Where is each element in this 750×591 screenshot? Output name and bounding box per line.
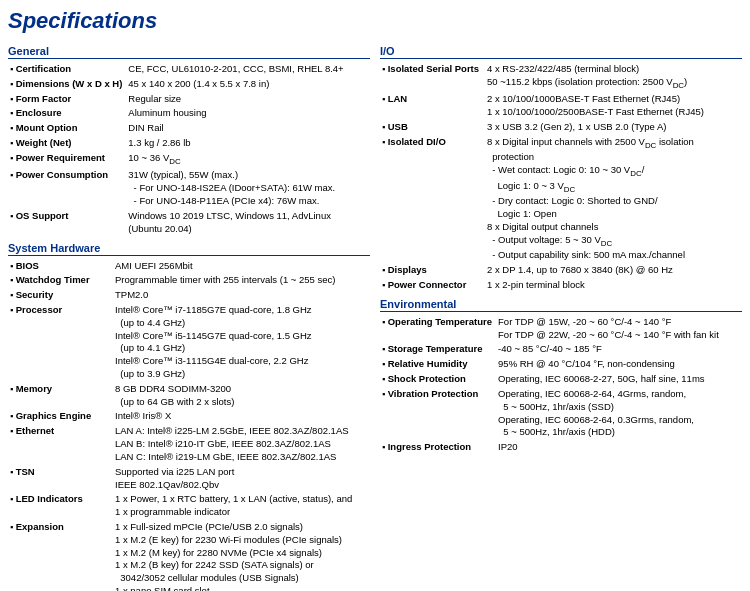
- table-row: Storage Temperature -40 ~ 85 °C/-40 ~ 18…: [380, 342, 742, 357]
- gpu-value: Intel® Iris® X: [113, 409, 370, 424]
- pwr-conn-label: Power Connector: [380, 278, 485, 293]
- vib-label: Vibration Protection: [380, 387, 496, 440]
- table-row: Expansion 1 x Full-sized mPCIe (PCIe/USB…: [8, 520, 370, 591]
- table-row: Processor Intel® Core™ i7-1185G7E quad-c…: [8, 303, 370, 382]
- dim-label: Dimensions (W x D x H): [8, 77, 126, 92]
- table-row: LAN 2 x 10/100/1000BASE-T Fast Ethernet …: [380, 92, 742, 120]
- ingress-value: IP20: [496, 440, 742, 455]
- section-io: I/O: [380, 45, 742, 59]
- pwr-req-value: 10 ~ 36 VDC: [126, 151, 370, 169]
- displays-label: Displays: [380, 263, 485, 278]
- dio-label: Isolated DI/O: [380, 135, 485, 263]
- op-temp-label: Operating Temperature: [380, 315, 496, 343]
- tsn-value: Supported via i225 LAN port IEEE 802.1Qa…: [113, 465, 370, 493]
- proc-value: Intel® Core™ i7-1185G7E quad-core, 1.8 G…: [113, 303, 370, 382]
- table-row: Power Connector 1 x 2-pin terminal block: [380, 278, 742, 293]
- table-row: Memory 8 GB DDR4 SODIMM-3200 (up to 64 G…: [8, 382, 370, 410]
- exp-label: Expansion: [8, 520, 113, 591]
- vib-value: Operating, IEC 60068-2-64, 4Grms, random…: [496, 387, 742, 440]
- table-row: Weight (Net) 1.3 kg / 2.86 lb: [8, 136, 370, 151]
- page: Specifications General Certification CE,…: [0, 0, 750, 591]
- left-column: General Certification CE, FCC, UL61010-2…: [8, 40, 370, 591]
- led-label: LED Indicators: [8, 492, 113, 520]
- table-row: Watchdog Timer Programmable timer with 2…: [8, 273, 370, 288]
- table-row: Isolated Serial Ports 4 x RS-232/422/485…: [380, 62, 742, 92]
- displays-value: 2 x DP 1.4, up to 7680 x 3840 (8K) @ 60 …: [485, 263, 742, 278]
- shock-label: Shock Protection: [380, 372, 496, 387]
- ff-label: Form Factor: [8, 92, 126, 107]
- section-environmental: Environmental: [380, 298, 742, 312]
- dio-value: 8 x Digital input channels with 2500 VDC…: [485, 135, 742, 263]
- table-row: Shock Protection Operating, IEC 60068-2-…: [380, 372, 742, 387]
- pwr-con-label: Power Consumption: [8, 168, 126, 208]
- table-row: OS Support Windows 10 2019 LTSC, Windows…: [8, 209, 370, 237]
- humidity-label: Relative Humidity: [380, 357, 496, 372]
- exp-value: 1 x Full-sized mPCIe (PCIe/USB 2.0 signa…: [113, 520, 370, 591]
- right-column: I/O Isolated Serial Ports 4 x RS-232/422…: [380, 40, 742, 591]
- proc-label: Processor: [8, 303, 113, 382]
- section-general: General: [8, 45, 370, 59]
- table-row: Graphics Engine Intel® Iris® X: [8, 409, 370, 424]
- bios-value: AMI UEFI 256Mbit: [113, 259, 370, 274]
- mount-value: DIN Rail: [126, 121, 370, 136]
- table-row: USB 3 x USB 3.2 (Gen 2), 1 x USB 2.0 (Ty…: [380, 120, 742, 135]
- usb-label: USB: [380, 120, 485, 135]
- table-row: Displays 2 x DP 1.4, up to 7680 x 3840 (…: [380, 263, 742, 278]
- general-table: Certification CE, FCC, UL61010-2-201, CC…: [8, 62, 370, 237]
- io-table: Isolated Serial Ports 4 x RS-232/422/485…: [380, 62, 742, 293]
- enc-label: Enclosure: [8, 106, 126, 121]
- table-row: Ingress Protection IP20: [380, 440, 742, 455]
- usb-value: 3 x USB 3.2 (Gen 2), 1 x USB 2.0 (Type A…: [485, 120, 742, 135]
- page-title: Specifications: [8, 8, 742, 34]
- content-area: General Certification CE, FCC, UL61010-2…: [8, 40, 742, 591]
- os-label: OS Support: [8, 209, 126, 237]
- table-row: Relative Humidity 95% RH @ 40 °C/104 °F,…: [380, 357, 742, 372]
- os-value: Windows 10 2019 LTSC, Windows 11, AdvLin…: [126, 209, 370, 237]
- serial-value: 4 x RS-232/422/485 (terminal block) 50 ~…: [485, 62, 742, 92]
- eth-value: LAN A: Intel® i225-LM 2.5GbE, IEEE 802.3…: [113, 424, 370, 464]
- environmental-table: Operating Temperature For TDP @ 15W, -20…: [380, 315, 742, 455]
- pwr-conn-value: 1 x 2-pin terminal block: [485, 278, 742, 293]
- wdt-value: Programmable timer with 255 intervals (1…: [113, 273, 370, 288]
- serial-label: Isolated Serial Ports: [380, 62, 485, 92]
- table-row: LED Indicators 1 x Power, 1 x RTC batter…: [8, 492, 370, 520]
- stor-temp-value: -40 ~ 85 °C/-40 ~ 185 °F: [496, 342, 742, 357]
- led-value: 1 x Power, 1 x RTC battery, 1 x LAN (act…: [113, 492, 370, 520]
- table-row: Security TPM2.0: [8, 288, 370, 303]
- wdt-label: Watchdog Timer: [8, 273, 113, 288]
- table-row: TSN Supported via i225 LAN port IEEE 802…: [8, 465, 370, 493]
- table-row: Operating Temperature For TDP @ 15W, -20…: [380, 315, 742, 343]
- table-row: BIOS AMI UEFI 256Mbit: [8, 259, 370, 274]
- tsn-label: TSN: [8, 465, 113, 493]
- cert-value: CE, FCC, UL61010-2-201, CCC, BSMI, RHEL …: [126, 62, 370, 77]
- humidity-value: 95% RH @ 40 °C/104 °F, non-condensing: [496, 357, 742, 372]
- weight-label: Weight (Net): [8, 136, 126, 151]
- enc-value: Aluminum housing: [126, 106, 370, 121]
- table-row: Ethernet LAN A: Intel® i225-LM 2.5GbE, I…: [8, 424, 370, 464]
- lan-value: 2 x 10/100/1000BASE-T Fast Ethernet (RJ4…: [485, 92, 742, 120]
- table-row: Power Requirement 10 ~ 36 VDC: [8, 151, 370, 169]
- security-value: TPM2.0: [113, 288, 370, 303]
- table-row: Dimensions (W x D x H) 45 x 140 x 200 (1…: [8, 77, 370, 92]
- table-row: Mount Option DIN Rail: [8, 121, 370, 136]
- gpu-label: Graphics Engine: [8, 409, 113, 424]
- system-hardware-table: BIOS AMI UEFI 256Mbit Watchdog Timer Pro…: [8, 259, 370, 591]
- memory-label: Memory: [8, 382, 113, 410]
- ingress-label: Ingress Protection: [380, 440, 496, 455]
- table-row: Isolated DI/O 8 x Digital input channels…: [380, 135, 742, 263]
- eth-label: Ethernet: [8, 424, 113, 464]
- table-row: Power Consumption 31W (typical), 55W (ma…: [8, 168, 370, 208]
- op-temp-value: For TDP @ 15W, -20 ~ 60 °C/-4 ~ 140 °F F…: [496, 315, 742, 343]
- security-label: Security: [8, 288, 113, 303]
- mount-label: Mount Option: [8, 121, 126, 136]
- pwr-con-value: 31W (typical), 55W (max.) - For UNO-148-…: [126, 168, 370, 208]
- pwr-req-label: Power Requirement: [8, 151, 126, 169]
- bios-label: BIOS: [8, 259, 113, 274]
- shock-value: Operating, IEC 60068-2-27, 50G, half sin…: [496, 372, 742, 387]
- stor-temp-label: Storage Temperature: [380, 342, 496, 357]
- cert-label: Certification: [8, 62, 126, 77]
- table-row: Form Factor Regular size: [8, 92, 370, 107]
- dim-value: 45 x 140 x 200 (1.4 x 5.5 x 7.8 in): [126, 77, 370, 92]
- table-row: Certification CE, FCC, UL61010-2-201, CC…: [8, 62, 370, 77]
- weight-value: 1.3 kg / 2.86 lb: [126, 136, 370, 151]
